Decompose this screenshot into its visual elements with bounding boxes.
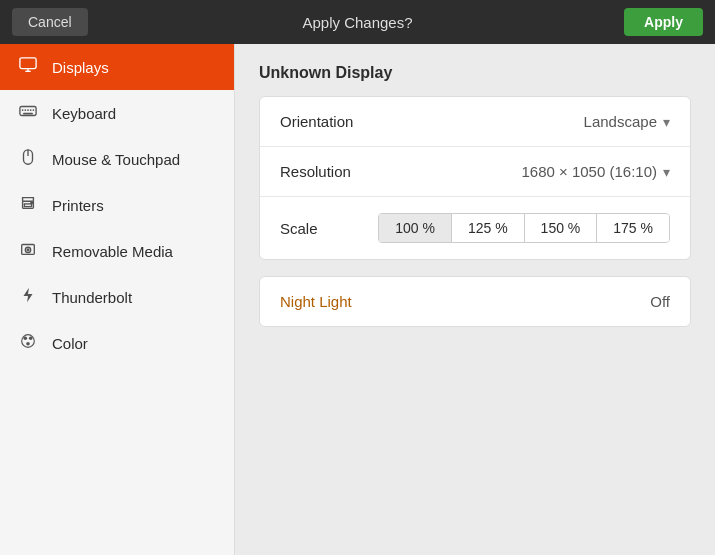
- resolution-dropdown-icon: ▾: [663, 164, 670, 180]
- scale-row: Scale 100 % 125 % 150 % 175 %: [260, 197, 690, 259]
- titlebar: Cancel Apply Changes? Apply: [0, 0, 715, 44]
- main-layout: Displays Keyboard: [0, 44, 715, 555]
- sidebar-label-displays: Displays: [52, 59, 109, 76]
- resolution-value: 1680 × 1050 (16:10): [521, 163, 657, 180]
- sidebar-item-displays[interactable]: Displays: [0, 44, 234, 90]
- sidebar: Displays Keyboard: [0, 44, 235, 555]
- printer-icon: [18, 194, 38, 216]
- svg-rect-13: [24, 204, 31, 207]
- display-title: Unknown Display: [259, 64, 691, 82]
- orientation-label: Orientation: [280, 113, 353, 130]
- mouse-icon: [18, 148, 38, 170]
- bolt-icon: [18, 286, 38, 308]
- svg-point-20: [24, 337, 28, 341]
- resolution-label: Resolution: [280, 163, 351, 180]
- sidebar-label-removable: Removable Media: [52, 243, 173, 260]
- sidebar-item-removable[interactable]: Removable Media: [0, 228, 234, 274]
- svg-marker-18: [24, 288, 33, 302]
- orientation-value: Landscape: [584, 113, 657, 130]
- sidebar-item-mouse[interactable]: Mouse & Touchpad: [0, 136, 234, 182]
- sidebar-label-color: Color: [52, 335, 88, 352]
- apply-button[interactable]: Apply: [624, 8, 703, 36]
- sidebar-item-thunderbolt[interactable]: Thunderbolt: [0, 274, 234, 320]
- sidebar-label-thunderbolt: Thunderbolt: [52, 289, 132, 306]
- svg-point-22: [26, 342, 30, 346]
- night-light-label: Night Light: [280, 293, 352, 310]
- svg-rect-0: [20, 58, 36, 69]
- orientation-dropdown-icon: ▾: [663, 114, 670, 130]
- orientation-value-group[interactable]: Landscape ▾: [584, 113, 670, 130]
- scale-175-button[interactable]: 175 %: [597, 214, 669, 242]
- orientation-row: Orientation Landscape ▾: [260, 97, 690, 147]
- display-settings-card: Orientation Landscape ▾ Resolution 1680 …: [259, 96, 691, 260]
- scale-125-button[interactable]: 125 %: [452, 214, 525, 242]
- night-light-value: Off: [650, 293, 670, 310]
- night-light-card: Night Light Off: [259, 276, 691, 327]
- media-icon: [18, 240, 38, 262]
- content-area: Unknown Display Orientation Landscape ▾ …: [235, 44, 715, 555]
- resolution-row: Resolution 1680 × 1050 (16:10) ▾: [260, 147, 690, 197]
- sidebar-label-keyboard: Keyboard: [52, 105, 116, 122]
- sidebar-label-mouse: Mouse & Touchpad: [52, 151, 180, 168]
- cancel-button[interactable]: Cancel: [12, 8, 88, 36]
- svg-point-14: [31, 202, 33, 204]
- sidebar-item-printers[interactable]: Printers: [0, 182, 234, 228]
- scale-100-button[interactable]: 100 %: [379, 214, 452, 242]
- keyboard-icon: [18, 102, 38, 124]
- display-icon: [18, 56, 38, 78]
- night-light-row[interactable]: Night Light Off: [260, 277, 690, 326]
- svg-point-17: [27, 249, 29, 251]
- resolution-value-group[interactable]: 1680 × 1050 (16:10) ▾: [521, 163, 670, 180]
- titlebar-title: Apply Changes?: [302, 14, 412, 31]
- scale-label: Scale: [280, 220, 318, 237]
- color-icon: [18, 332, 38, 354]
- sidebar-item-color[interactable]: Color: [0, 320, 234, 366]
- scale-150-button[interactable]: 150 %: [525, 214, 598, 242]
- sidebar-item-keyboard[interactable]: Keyboard: [0, 90, 234, 136]
- sidebar-label-printers: Printers: [52, 197, 104, 214]
- svg-point-21: [29, 337, 33, 341]
- scale-buttons-group: 100 % 125 % 150 % 175 %: [378, 213, 670, 243]
